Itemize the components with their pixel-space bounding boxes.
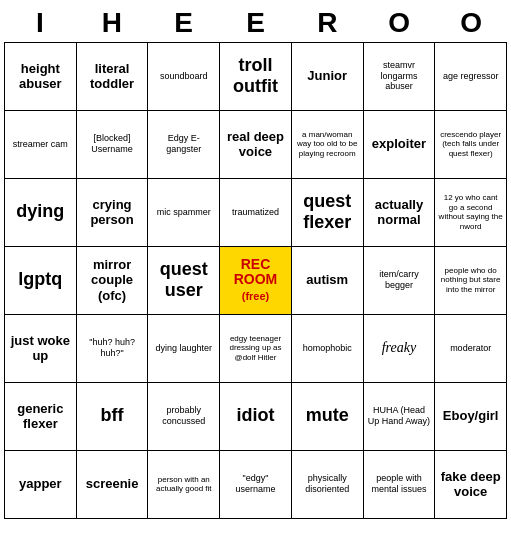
bingo-cell-4: Junior [292, 43, 364, 111]
bingo-cell-3: troll outfit [220, 43, 292, 111]
bingo-cell-31: edgy teenager dressing up as @dolf Hitle… [220, 315, 292, 383]
bingo-cell-8: [Blocked] Username [77, 111, 149, 179]
bingo-card: IHEEROO height abuserliteral toddlersoun… [0, 0, 511, 523]
bingo-cell-35: generic flexer [5, 383, 77, 451]
bingo-cell-39: mute [292, 383, 364, 451]
header-letter-6: O [435, 4, 507, 42]
bingo-cell-0: height abuser [5, 43, 77, 111]
bingo-cell-29: "huh? huh? huh?" [77, 315, 149, 383]
bingo-cell-44: person with an actually good fit [148, 451, 220, 519]
bingo-cell-11: a man/woman way too old to be playing re… [292, 111, 364, 179]
bingo-cell-20: 12 yo who cant go a second without sayin… [435, 179, 507, 247]
bingo-cell-12: exploiter [364, 111, 436, 179]
bingo-cell-5: steamvr longarms abuser [364, 43, 436, 111]
bingo-cell-19: actually normal [364, 179, 436, 247]
header-letter-3: E [220, 4, 292, 42]
bingo-cell-22: mirror couple (ofc) [77, 247, 149, 315]
bingo-cell-1: literal toddler [77, 43, 149, 111]
bingo-cell-7: streamer cam [5, 111, 77, 179]
bingo-cell-43: screenie [77, 451, 149, 519]
header-letter-1: H [76, 4, 148, 42]
header-letter-5: O [363, 4, 435, 42]
bingo-cell-42: yapper [5, 451, 77, 519]
bingo-cell-13: crescendo player (tech falls under quest… [435, 111, 507, 179]
bingo-cell-34: moderator [435, 315, 507, 383]
bingo-cell-24: RECROOM(free) [220, 247, 292, 315]
bingo-cell-46: physically disoriented [292, 451, 364, 519]
bingo-cell-33: freaky [364, 315, 436, 383]
bingo-cell-2: soundboard [148, 43, 220, 111]
bingo-cell-10: real deep voice [220, 111, 292, 179]
bingo-cell-45: "edgy" username [220, 451, 292, 519]
bingo-cell-26: item/carry begger [364, 247, 436, 315]
bingo-cell-40: HUHA (Head Up Hand Away) [364, 383, 436, 451]
bingo-cell-21: lgptq [5, 247, 77, 315]
bingo-cell-36: bff [77, 383, 149, 451]
bingo-cell-27: people who do nothing but stare into the… [435, 247, 507, 315]
header-letter-4: R [291, 4, 363, 42]
bingo-cell-25: autism [292, 247, 364, 315]
bingo-cell-9: Edgy E-gangster [148, 111, 220, 179]
header-row: IHEEROO [4, 4, 507, 42]
bingo-cell-48: fake deep voice [435, 451, 507, 519]
bingo-cell-6: age regressor [435, 43, 507, 111]
bingo-cell-15: crying person [77, 179, 149, 247]
bingo-cell-18: quest flexer [292, 179, 364, 247]
bingo-cell-38: idiot [220, 383, 292, 451]
bingo-cell-41: Eboy/girl [435, 383, 507, 451]
bingo-cell-30: dying laughter [148, 315, 220, 383]
bingo-grid: height abuserliteral toddlersoundboardtr… [4, 42, 507, 519]
bingo-cell-17: traumatized [220, 179, 292, 247]
bingo-cell-37: probably concussed [148, 383, 220, 451]
bingo-cell-23: quest user [148, 247, 220, 315]
bingo-cell-28: just woke up [5, 315, 77, 383]
bingo-cell-47: people with mental issues [364, 451, 436, 519]
bingo-cell-16: mic spammer [148, 179, 220, 247]
header-letter-0: I [4, 4, 76, 42]
bingo-cell-32: homophobic [292, 315, 364, 383]
bingo-cell-14: dying [5, 179, 77, 247]
header-letter-2: E [148, 4, 220, 42]
